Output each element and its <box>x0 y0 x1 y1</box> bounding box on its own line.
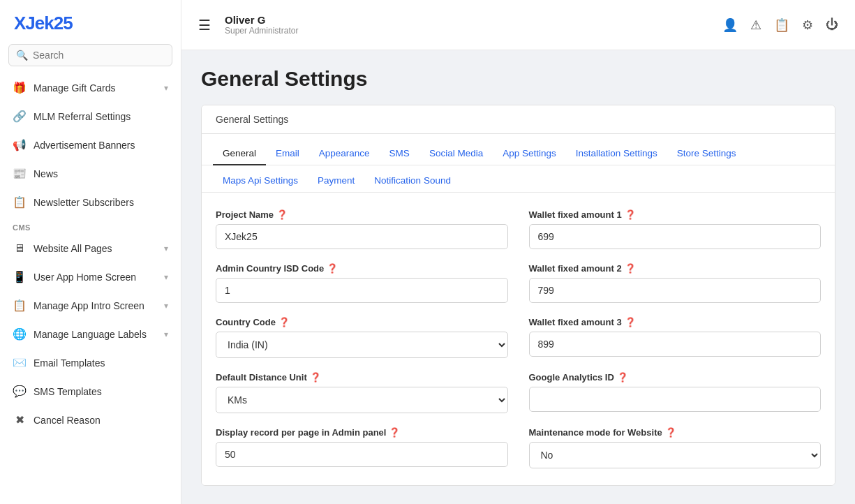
chevron-down-icon: ▾ <box>164 329 168 339</box>
sidebar-item-manage-app-intro-screen[interactable]: 📋 Manage App Intro Screen ▾ <box>0 291 181 320</box>
sidebar-item-news[interactable]: 📰 News <box>0 159 181 188</box>
topbar: ☰ Oliver G Super Administrator 👤 ⚠ 📋 ⚙ ⏻ <box>181 0 855 50</box>
sidebar: XJek25 🔍 🎁 Manage Gift Cards ▾ 🔗 MLM Ref… <box>0 0 181 504</box>
chevron-down-icon: ▾ <box>164 244 168 253</box>
sidebar-item-newsletter-subscribers[interactable]: 📋 Newsletter Subscribers <box>0 188 181 216</box>
field-wallet-amount-3: Wallet fixed amount 3 ❓ <box>529 317 821 358</box>
input-google-analytics-id[interactable] <box>529 387 821 412</box>
tab-general[interactable]: General <box>213 142 266 165</box>
sidebar-item-label: Cancel Reason <box>34 415 168 426</box>
help-icon-wallet-2[interactable]: ❓ <box>625 263 636 274</box>
input-project-name[interactable] <box>216 224 508 249</box>
page-content: General Settings General Settings Genera… <box>181 50 855 504</box>
sidebar-item-label: Email Templates <box>34 357 168 369</box>
mobile-icon: 📱 <box>13 270 27 283</box>
label-project-name: Project Name ❓ <box>216 209 508 220</box>
tab-app-settings[interactable]: App Settings <box>493 142 566 165</box>
logo: XJek25 <box>0 0 181 44</box>
select-default-distance-unit[interactable]: KMs Miles <box>216 387 508 413</box>
tab-social-media[interactable]: Social Media <box>419 142 493 165</box>
input-wallet-amount-1[interactable] <box>529 224 821 249</box>
app-intro-icon: 📋 <box>13 299 27 312</box>
label-display-record-per-page: Display record per page in Admin panel ❓ <box>216 427 508 438</box>
sidebar-item-label: Website All Pages <box>34 243 157 254</box>
sidebar-item-cancel-reason[interactable]: ✖ Cancel Reason <box>0 406 181 434</box>
gear-icon[interactable]: ⚙ <box>802 17 813 33</box>
document-icon[interactable]: 📋 <box>774 17 789 33</box>
field-display-record-per-page: Display record per page in Admin panel ❓ <box>216 427 508 468</box>
power-icon[interactable]: ⏻ <box>826 17 838 32</box>
input-display-record-per-page[interactable] <box>216 442 508 467</box>
help-icon-distance-unit[interactable]: ❓ <box>310 372 321 383</box>
chevron-down-icon: ▾ <box>164 272 168 282</box>
mlm-icon: 🔗 <box>13 110 27 123</box>
field-maintenance-mode: Maintenance mode for Website ❓ No Yes <box>529 427 821 468</box>
tab-maps-api-settings[interactable]: Maps Api Settings <box>213 170 308 193</box>
select-country-code[interactable]: India (IN) United States (US) United Kin… <box>216 332 508 358</box>
sidebar-item-label: SMS Templates <box>34 386 168 397</box>
alert-icon[interactable]: ⚠ <box>750 17 761 33</box>
label-country-code: Country Code ❓ <box>216 317 508 327</box>
field-project-name: Project Name ❓ <box>216 209 508 249</box>
cancel-icon: ✖ <box>13 413 27 427</box>
tab-installation-settings[interactable]: Installation Settings <box>566 142 667 165</box>
tabs-row-2: Maps Api Settings Payment Notification S… <box>202 165 835 193</box>
user-name: Oliver G <box>225 14 713 26</box>
website-icon: 🖥 <box>13 242 27 255</box>
sidebar-item-label: Manage Gift Cards <box>34 82 157 94</box>
search-box[interactable]: 🔍 <box>8 44 172 66</box>
user-icon[interactable]: 👤 <box>722 17 738 33</box>
menu-icon[interactable]: ☰ <box>198 17 211 34</box>
help-icon-display-record[interactable]: ❓ <box>389 427 400 438</box>
field-country-code: Country Code ❓ India (IN) United States … <box>216 317 508 358</box>
input-admin-country-isd-code[interactable] <box>216 278 508 303</box>
sidebar-item-label: Newsletter Subscribers <box>34 197 168 208</box>
sidebar-item-label: Manage Language Labels <box>34 329 157 340</box>
sidebar-item-manage-gift-cards[interactable]: 🎁 Manage Gift Cards ▾ <box>0 73 181 102</box>
tab-store-settings[interactable]: Store Settings <box>667 142 746 165</box>
sidebar-item-label: Advertisement Banners <box>34 140 168 151</box>
help-icon-country-code[interactable]: ❓ <box>278 317 290 327</box>
search-input[interactable] <box>33 50 165 61</box>
help-icon-maintenance-mode[interactable]: ❓ <box>665 427 676 438</box>
logo-text-black: XJek <box>14 13 54 34</box>
select-maintenance-mode[interactable]: No Yes <box>529 442 821 468</box>
tab-sms[interactable]: SMS <box>380 142 419 165</box>
email-icon: ✉️ <box>13 356 27 369</box>
help-icon-wallet-3[interactable]: ❓ <box>625 317 636 327</box>
sidebar-item-website-all-pages[interactable]: 🖥 Website All Pages ▾ <box>0 235 181 262</box>
newsletter-icon: 📋 <box>13 195 27 209</box>
topbar-actions: 👤 ⚠ 📋 ⚙ ⏻ <box>722 17 838 33</box>
chevron-down-icon: ▾ <box>164 83 168 93</box>
label-wallet-amount-1: Wallet fixed amount 1 ❓ <box>529 209 821 220</box>
help-icon-analytics-id[interactable]: ❓ <box>617 372 628 383</box>
sidebar-item-sms-templates[interactable]: 💬 SMS Templates <box>0 377 181 406</box>
input-wallet-amount-3[interactable] <box>529 332 821 357</box>
input-wallet-amount-2[interactable] <box>529 278 821 303</box>
cms-section-label: CMS <box>0 216 181 235</box>
search-icon: 🔍 <box>16 50 28 61</box>
sidebar-item-mlm-referral-settings[interactable]: 🔗 MLM Referral Settings <box>0 102 181 131</box>
chevron-down-icon: ▾ <box>164 301 168 311</box>
help-icon-wallet-1[interactable]: ❓ <box>625 209 636 220</box>
label-wallet-amount-2: Wallet fixed amount 2 ❓ <box>529 263 821 274</box>
tab-notification-sound[interactable]: Notification Sound <box>364 170 461 193</box>
label-wallet-amount-3: Wallet fixed amount 3 ❓ <box>529 317 821 327</box>
user-role: Super Administrator <box>225 26 713 36</box>
field-wallet-amount-1: Wallet fixed amount 1 ❓ <box>529 209 821 249</box>
label-google-analytics-id: Google Analytics ID ❓ <box>529 372 821 383</box>
tab-appearance[interactable]: Appearance <box>309 142 380 165</box>
sidebar-item-manage-language-labels[interactable]: 🌐 Manage Language Labels ▾ <box>0 320 181 348</box>
sidebar-item-advertisement-banners[interactable]: 📢 Advertisement Banners <box>0 131 181 159</box>
tab-payment[interactable]: Payment <box>308 170 364 193</box>
form-body: Project Name ❓ Wallet fixed amount 1 ❓ <box>202 193 835 485</box>
help-icon-isd-code[interactable]: ❓ <box>327 263 338 274</box>
tab-email[interactable]: Email <box>266 142 309 165</box>
sidebar-item-email-templates[interactable]: ✉️ Email Templates <box>0 348 181 377</box>
sidebar-item-label: User App Home Screen <box>34 272 157 283</box>
sidebar-item-user-app-home-screen[interactable]: 📱 User App Home Screen ▾ <box>0 262 181 291</box>
form-grid: Project Name ❓ Wallet fixed amount 1 ❓ <box>216 209 821 468</box>
sidebar-item-label: News <box>34 168 168 179</box>
help-icon-project-name[interactable]: ❓ <box>276 209 288 220</box>
sidebar-item-label: Manage App Intro Screen <box>34 300 157 311</box>
